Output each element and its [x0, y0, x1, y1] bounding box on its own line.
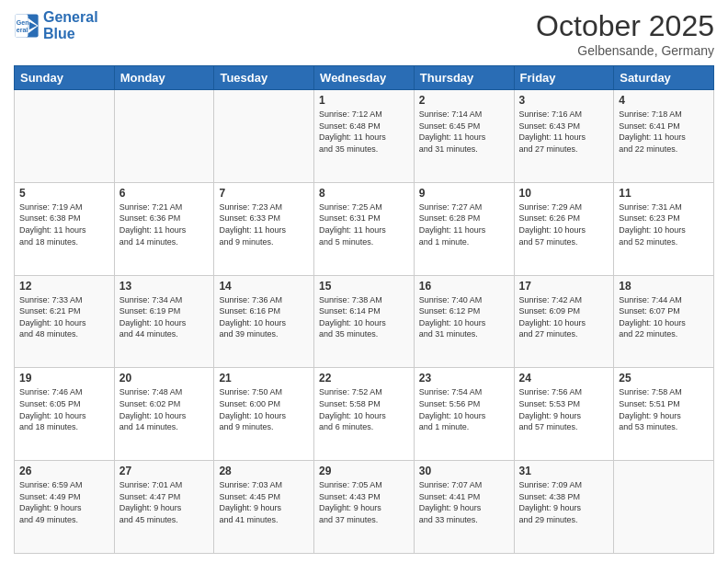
day-number: 6	[119, 187, 210, 200]
calendar-table: SundayMondayTuesdayWednesdayThursdayFrid…	[14, 65, 714, 554]
title-block: October 2025 Gelbensande, Germany	[536, 9, 714, 58]
calendar-cell: 25Sunrise: 7:58 AM Sunset: 5:51 PM Dayli…	[614, 368, 714, 461]
day-number: 26	[19, 465, 109, 477]
day-number: 15	[319, 280, 409, 293]
day-info: Sunrise: 6:59 AM Sunset: 4:49 PM Dayligh…	[19, 479, 109, 525]
calendar-cell: 23Sunrise: 7:54 AM Sunset: 5:56 PM Dayli…	[414, 368, 514, 461]
day-number: 25	[619, 372, 709, 385]
day-number: 11	[619, 187, 709, 200]
calendar-cell: 1Sunrise: 7:12 AM Sunset: 6:48 PM Daylig…	[314, 90, 415, 183]
calendar-header-row: SundayMondayTuesdayWednesdayThursdayFrid…	[15, 66, 714, 90]
calendar-cell: 17Sunrise: 7:42 AM Sunset: 6:09 PM Dayli…	[514, 275, 614, 368]
day-number: 21	[219, 372, 309, 385]
day-number: 17	[519, 280, 609, 293]
weekday-header-thursday: Thursday	[414, 66, 514, 90]
logo-icon: Gen eral	[14, 13, 40, 39]
calendar-cell: 15Sunrise: 7:38 AM Sunset: 6:14 PM Dayli…	[314, 275, 415, 368]
day-info: Sunrise: 7:09 AM Sunset: 4:38 PM Dayligh…	[519, 479, 609, 525]
location-subtitle: Gelbensande, Germany	[536, 43, 714, 58]
day-info: Sunrise: 7:18 AM Sunset: 6:41 PM Dayligh…	[619, 109, 709, 155]
day-info: Sunrise: 7:34 AM Sunset: 6:19 PM Dayligh…	[119, 294, 210, 340]
day-number: 31	[519, 465, 609, 477]
day-number: 30	[419, 465, 509, 477]
calendar-cell	[114, 90, 214, 183]
day-info: Sunrise: 7:46 AM Sunset: 6:05 PM Dayligh…	[19, 386, 109, 432]
calendar-cell: 8Sunrise: 7:25 AM Sunset: 6:31 PM Daylig…	[314, 182, 415, 275]
weekday-header-wednesday: Wednesday	[314, 66, 415, 90]
calendar-week-row: 5Sunrise: 7:19 AM Sunset: 6:38 PM Daylig…	[15, 182, 714, 275]
calendar-cell: 16Sunrise: 7:40 AM Sunset: 6:12 PM Dayli…	[414, 275, 514, 368]
day-number: 8	[319, 187, 409, 200]
calendar-week-row: 26Sunrise: 6:59 AM Sunset: 4:49 PM Dayli…	[15, 461, 714, 554]
day-info: Sunrise: 7:58 AM Sunset: 5:51 PM Dayligh…	[619, 386, 709, 432]
day-info: Sunrise: 7:50 AM Sunset: 6:00 PM Dayligh…	[219, 386, 309, 432]
day-number: 9	[419, 187, 509, 200]
logo-text: General Blue	[43, 9, 98, 41]
header: Gen eral General Blue October 2025 Gelbe…	[14, 9, 714, 58]
day-number: 20	[119, 372, 210, 385]
day-number: 3	[519, 94, 609, 107]
weekday-header-saturday: Saturday	[614, 66, 714, 90]
day-info: Sunrise: 7:31 AM Sunset: 6:23 PM Dayligh…	[619, 201, 709, 247]
calendar-cell: 29Sunrise: 7:05 AM Sunset: 4:43 PM Dayli…	[314, 461, 415, 554]
calendar-cell: 26Sunrise: 6:59 AM Sunset: 4:49 PM Dayli…	[15, 461, 115, 554]
calendar-cell: 4Sunrise: 7:18 AM Sunset: 6:41 PM Daylig…	[614, 90, 714, 183]
day-info: Sunrise: 7:05 AM Sunset: 4:43 PM Dayligh…	[319, 479, 409, 525]
day-number: 27	[119, 465, 210, 477]
day-info: Sunrise: 7:54 AM Sunset: 5:56 PM Dayligh…	[419, 386, 509, 432]
day-info: Sunrise: 7:16 AM Sunset: 6:43 PM Dayligh…	[519, 109, 609, 155]
calendar-cell: 18Sunrise: 7:44 AM Sunset: 6:07 PM Dayli…	[614, 275, 714, 368]
calendar-week-row: 19Sunrise: 7:46 AM Sunset: 6:05 PM Dayli…	[15, 368, 714, 461]
day-info: Sunrise: 7:27 AM Sunset: 6:28 PM Dayligh…	[419, 201, 509, 247]
day-number: 4	[619, 94, 709, 107]
day-info: Sunrise: 7:36 AM Sunset: 6:16 PM Dayligh…	[219, 294, 309, 340]
svg-rect-2	[15, 14, 28, 37]
svg-text:eral: eral	[17, 27, 28, 33]
day-info: Sunrise: 7:23 AM Sunset: 6:33 PM Dayligh…	[219, 201, 309, 247]
weekday-header-friday: Friday	[514, 66, 614, 90]
day-number: 22	[319, 372, 409, 385]
calendar-cell: 9Sunrise: 7:27 AM Sunset: 6:28 PM Daylig…	[414, 182, 514, 275]
logo: Gen eral General Blue	[14, 9, 98, 41]
day-info: Sunrise: 7:42 AM Sunset: 6:09 PM Dayligh…	[519, 294, 609, 340]
calendar-cell: 24Sunrise: 7:56 AM Sunset: 5:53 PM Dayli…	[514, 368, 614, 461]
calendar-cell: 2Sunrise: 7:14 AM Sunset: 6:45 PM Daylig…	[414, 90, 514, 183]
day-info: Sunrise: 7:40 AM Sunset: 6:12 PM Dayligh…	[419, 294, 509, 340]
day-number: 19	[19, 372, 109, 385]
day-info: Sunrise: 7:19 AM Sunset: 6:38 PM Dayligh…	[19, 201, 109, 247]
day-number: 24	[519, 372, 609, 385]
calendar-week-row: 12Sunrise: 7:33 AM Sunset: 6:21 PM Dayli…	[15, 275, 714, 368]
day-number: 12	[19, 280, 109, 293]
calendar-cell: 28Sunrise: 7:03 AM Sunset: 4:45 PM Dayli…	[214, 461, 314, 554]
day-info: Sunrise: 7:29 AM Sunset: 6:26 PM Dayligh…	[519, 201, 609, 247]
calendar-cell: 21Sunrise: 7:50 AM Sunset: 6:00 PM Dayli…	[214, 368, 314, 461]
calendar-cell	[614, 461, 714, 554]
day-info: Sunrise: 7:12 AM Sunset: 6:48 PM Dayligh…	[319, 109, 409, 155]
day-info: Sunrise: 7:03 AM Sunset: 4:45 PM Dayligh…	[219, 479, 309, 525]
calendar-cell: 12Sunrise: 7:33 AM Sunset: 6:21 PM Dayli…	[15, 275, 115, 368]
calendar-cell: 27Sunrise: 7:01 AM Sunset: 4:47 PM Dayli…	[114, 461, 214, 554]
calendar-week-row: 1Sunrise: 7:12 AM Sunset: 6:48 PM Daylig…	[15, 90, 714, 183]
day-number: 16	[419, 280, 509, 293]
day-info: Sunrise: 7:48 AM Sunset: 6:02 PM Dayligh…	[119, 386, 210, 432]
day-number: 1	[319, 94, 409, 107]
calendar-cell: 14Sunrise: 7:36 AM Sunset: 6:16 PM Dayli…	[214, 275, 314, 368]
day-info: Sunrise: 7:44 AM Sunset: 6:07 PM Dayligh…	[619, 294, 709, 340]
day-number: 14	[219, 280, 309, 293]
calendar-cell: 13Sunrise: 7:34 AM Sunset: 6:19 PM Dayli…	[114, 275, 214, 368]
day-info: Sunrise: 7:01 AM Sunset: 4:47 PM Dayligh…	[119, 479, 210, 525]
day-info: Sunrise: 7:33 AM Sunset: 6:21 PM Dayligh…	[19, 294, 109, 340]
page: Gen eral General Blue October 2025 Gelbe…	[0, 0, 728, 563]
calendar-cell: 31Sunrise: 7:09 AM Sunset: 4:38 PM Dayli…	[514, 461, 614, 554]
day-number: 28	[219, 465, 309, 477]
calendar-cell: 20Sunrise: 7:48 AM Sunset: 6:02 PM Dayli…	[114, 368, 214, 461]
svg-text:Gen: Gen	[17, 18, 29, 25]
calendar-cell: 22Sunrise: 7:52 AM Sunset: 5:58 PM Dayli…	[314, 368, 415, 461]
day-info: Sunrise: 7:52 AM Sunset: 5:58 PM Dayligh…	[319, 386, 409, 432]
calendar-cell: 5Sunrise: 7:19 AM Sunset: 6:38 PM Daylig…	[15, 182, 115, 275]
day-number: 10	[519, 187, 609, 200]
calendar-cell	[214, 90, 314, 183]
day-info: Sunrise: 7:07 AM Sunset: 4:41 PM Dayligh…	[419, 479, 509, 525]
day-number: 7	[219, 187, 309, 200]
calendar-cell: 6Sunrise: 7:21 AM Sunset: 6:36 PM Daylig…	[114, 182, 214, 275]
